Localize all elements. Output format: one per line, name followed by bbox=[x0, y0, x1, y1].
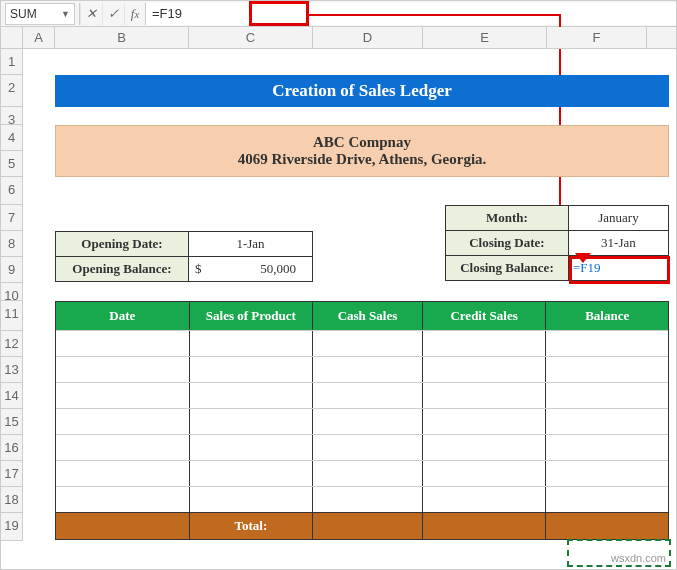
row-header[interactable]: 6 bbox=[1, 177, 22, 205]
closing-date-value[interactable]: 31-Jan bbox=[569, 231, 668, 255]
table-row[interactable] bbox=[56, 330, 668, 356]
row-header[interactable]: 17 bbox=[1, 461, 22, 487]
sheet-area[interactable]: Creation of Sales Ledger ABC Compnay 406… bbox=[23, 49, 676, 541]
row-header[interactable]: 12 bbox=[1, 331, 22, 357]
row-header[interactable]: 2 bbox=[1, 75, 22, 107]
opening-date-value[interactable]: 1-Jan bbox=[189, 232, 312, 256]
annotation-line bbox=[309, 14, 559, 16]
name-box[interactable]: SUM ▼ bbox=[5, 3, 75, 25]
table-header-row: Date Sales of Product Cash Sales Credit … bbox=[56, 302, 668, 330]
column-headers: A B C D E F bbox=[1, 27, 676, 49]
closing-date-label: Closing Date: bbox=[446, 231, 569, 255]
cancel-icon[interactable]: ✕ bbox=[80, 3, 102, 25]
col-header-E[interactable]: E bbox=[423, 27, 547, 48]
closing-balance-label: Closing Balance: bbox=[446, 256, 569, 280]
col-header-D[interactable]: D bbox=[313, 27, 423, 48]
row-header[interactable]: 8 bbox=[1, 231, 22, 257]
total-label: Total: bbox=[190, 513, 314, 539]
row-headers: 1 2 3 4 5 6 7 8 9 10 11 12 13 14 15 16 1… bbox=[1, 49, 23, 541]
table-row[interactable] bbox=[56, 408, 668, 434]
col-credit: Credit Sales bbox=[423, 302, 547, 330]
row-header[interactable]: 4 bbox=[1, 125, 22, 151]
table-total-row: Total: bbox=[56, 512, 668, 539]
row-header[interactable]: 19 bbox=[1, 513, 22, 541]
sheet-title: Creation of Sales Ledger bbox=[55, 75, 669, 107]
row-header[interactable]: 11 bbox=[1, 301, 22, 331]
table-row[interactable] bbox=[56, 460, 668, 486]
company-block: ABC Compnay 4069 Riverside Drive, Athens… bbox=[55, 125, 669, 177]
row-header[interactable]: 16 bbox=[1, 435, 22, 461]
annotation-arrow-icon bbox=[575, 253, 591, 263]
opening-date-label: Opening Date: bbox=[56, 232, 189, 256]
table-row[interactable] bbox=[56, 356, 668, 382]
month-value[interactable]: January bbox=[569, 206, 668, 230]
opening-balance-label: Opening Balance: bbox=[56, 257, 189, 281]
row-header[interactable]: 15 bbox=[1, 409, 22, 435]
table-row[interactable] bbox=[56, 486, 668, 512]
row-header[interactable]: 5 bbox=[1, 151, 22, 177]
company-address: 4069 Riverside Drive, Athens, Georgia. bbox=[56, 151, 668, 168]
opening-balance-value[interactable]: 50,000 bbox=[189, 257, 312, 281]
row-header[interactable]: 10 bbox=[1, 283, 22, 301]
name-box-value: SUM bbox=[10, 7, 37, 21]
row-header[interactable]: 9 bbox=[1, 257, 22, 283]
company-name: ABC Compnay bbox=[56, 134, 668, 151]
enter-icon[interactable]: ✓ bbox=[102, 3, 124, 25]
col-cash: Cash Sales bbox=[313, 302, 423, 330]
ledger-table: Date Sales of Product Cash Sales Credit … bbox=[55, 301, 669, 540]
spreadsheet-grid: A B C D E F 1 2 3 4 5 6 7 8 9 10 11 12 1… bbox=[1, 27, 676, 541]
table-row[interactable] bbox=[56, 382, 668, 408]
col-product: Sales of Product bbox=[190, 302, 314, 330]
row-header[interactable]: 13 bbox=[1, 357, 22, 383]
col-header-C[interactable]: C bbox=[189, 27, 313, 48]
row-header[interactable]: 1 bbox=[1, 49, 22, 75]
row-header[interactable]: 18 bbox=[1, 487, 22, 513]
col-header-F[interactable]: F bbox=[547, 27, 647, 48]
month-label: Month: bbox=[446, 206, 569, 230]
table-row[interactable] bbox=[56, 434, 668, 460]
select-all-corner[interactable] bbox=[1, 27, 23, 48]
row-header[interactable]: 14 bbox=[1, 383, 22, 409]
opening-block: Opening Date: 1-Jan Opening Balance: 50,… bbox=[55, 231, 313, 282]
col-balance: Balance bbox=[546, 302, 668, 330]
fx-icon[interactable]: fx bbox=[124, 3, 146, 25]
chevron-down-icon[interactable]: ▼ bbox=[61, 9, 70, 19]
app-window: SUM ▼ ✕ ✓ fx =F19 A B C D E F 1 2 3 4 5 bbox=[0, 0, 677, 570]
col-header-A[interactable]: A bbox=[23, 27, 55, 48]
row-header[interactable]: 3 bbox=[1, 107, 22, 125]
col-date: Date bbox=[56, 302, 190, 330]
formula-text: =F19 bbox=[152, 6, 182, 21]
row-header[interactable]: 7 bbox=[1, 205, 22, 231]
closing-block: Month: January Closing Date: 31-Jan Clos… bbox=[445, 205, 669, 281]
watermark: wsxdn.com bbox=[611, 552, 666, 564]
col-header-B[interactable]: B bbox=[55, 27, 189, 48]
